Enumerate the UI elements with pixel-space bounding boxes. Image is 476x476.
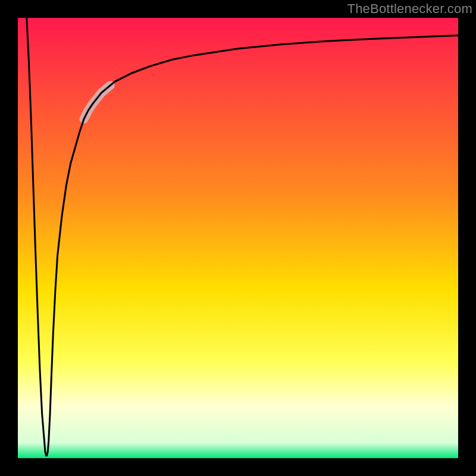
watermark-text: TheBottlenecker.com: [347, 1, 472, 17]
chart-stage: TheBottlenecker.com: [0, 0, 476, 476]
bottleneck-chart: [0, 0, 476, 476]
gradient-background: [18, 18, 458, 458]
